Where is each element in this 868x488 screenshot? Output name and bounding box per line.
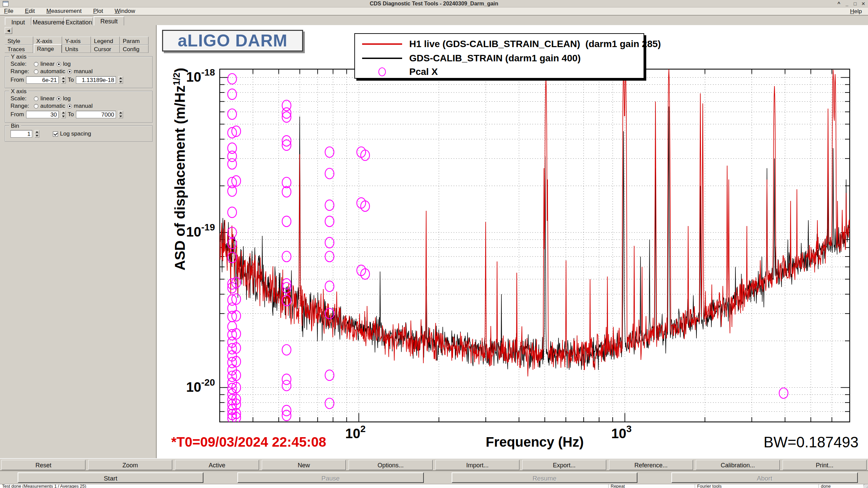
subtab-x-axis[interactable]: X-axis (34, 37, 62, 45)
spinner-up-icon (118, 111, 123, 115)
left-arrow-icon: ◀ (7, 28, 10, 33)
x-from-label: From (11, 111, 24, 118)
x-axis-group: X axis Scale: linear log Range: automati… (5, 91, 153, 123)
tab-input[interactable]: Input (5, 17, 31, 25)
tab-measurement[interactable]: Measurement (32, 17, 64, 25)
resize-grip-icon[interactable] (863, 484, 868, 488)
status-bar: Test done (Measurements 1 / Averages 25)… (0, 484, 868, 488)
plot-settings-panel: ◀ Style X-axis Y-axis Legend Param Trace… (1, 25, 157, 458)
y-scale-log-radio[interactable] (57, 62, 61, 66)
export-button[interactable]: Export... (522, 460, 606, 470)
x-to-label: To (68, 111, 74, 118)
bin-spinner[interactable] (35, 130, 39, 138)
x-scale-label: Scale: (11, 95, 26, 102)
y-scale-linear-label: linear (40, 61, 55, 67)
resume-button[interactable]: Resume (452, 472, 637, 483)
menu-edit[interactable]: Edit (23, 7, 36, 15)
x-from-spinner[interactable] (61, 111, 66, 118)
status-message: Test done (Measurements 1 / Averages 25) (0, 484, 609, 488)
x-from-input[interactable]: 30 (26, 111, 59, 118)
y-from-input[interactable]: 6e-21 (26, 76, 59, 84)
spinner-down-icon (118, 115, 123, 118)
menu-file[interactable]: File (3, 7, 15, 15)
shade-icon[interactable]: ^ (835, 1, 842, 7)
menu-window[interactable]: Window (113, 7, 136, 15)
subtab-units[interactable]: Units (62, 45, 91, 53)
legend[interactable]: H1 live (GDS-CALIB_STRAIN_CLEAN) (darm1 … (354, 33, 644, 79)
title-bar[interactable]: CDS Diagnostic Test Tools - 20240309_Dar… (0, 0, 868, 7)
print-button[interactable]: Print... (783, 460, 867, 470)
calibration-button[interactable]: Calibration... (696, 460, 780, 470)
y-to-input[interactable]: 1.13189e-18 (76, 76, 116, 84)
menu-bar: File Edit Measurement Plot Window Help (0, 7, 868, 16)
options-button[interactable]: Options... (349, 460, 433, 470)
zoom-button[interactable]: Zoom (88, 460, 172, 470)
svg-text:10-20: 10-20 (186, 377, 215, 394)
x-scale-log-radio[interactable] (57, 97, 61, 101)
reference-button[interactable]: Reference... (609, 460, 693, 470)
x-to-spinner[interactable] (118, 111, 123, 118)
y-to-spinner[interactable] (118, 76, 123, 84)
y-range-automatic-radio[interactable] (34, 69, 38, 74)
start-button[interactable]: Start (18, 472, 203, 483)
subtab-traces[interactable]: Traces (5, 45, 33, 53)
x-range-automatic-radio[interactable] (34, 104, 38, 108)
spectrum-chart[interactable]: 10-1810-1910-20102103 (157, 25, 868, 458)
spinner-up-icon (61, 111, 66, 115)
legend-label-h1-live: H1 live (GDS-CALIB_STRAIN_CLEAN) (darm1 … (409, 39, 661, 49)
y-from-label: From (11, 77, 24, 83)
y-scale-linear-radio[interactable] (34, 62, 38, 66)
tab-result[interactable]: Result (94, 16, 124, 25)
pause-button[interactable]: Pause (237, 472, 424, 483)
minimize-icon[interactable]: _ (844, 1, 850, 7)
legend-marker-red (355, 43, 409, 45)
y-from-spinner[interactable] (61, 76, 66, 84)
x-range-manual-radio[interactable] (67, 104, 72, 108)
legend-marker-pcal (355, 67, 409, 76)
import-button[interactable]: Import... (435, 460, 519, 470)
menu-help[interactable]: Help (849, 8, 863, 15)
x-scale-linear-radio[interactable] (34, 97, 38, 101)
subtab-config[interactable]: Config (120, 45, 149, 53)
x-axis-title: Frequency (Hz) (433, 434, 636, 450)
y-to-label: To (68, 77, 74, 83)
plot-canvas: 10-1810-1910-20102103 aLIGO DARM H1 live… (157, 25, 868, 458)
spinner-down-icon (61, 115, 66, 118)
x-scale-linear-label: linear (40, 95, 55, 102)
legend-label-gds: GDS-CALIB_STRAIN (darm1 gain 400) (409, 53, 581, 64)
main-tab-row: Input Measurement Excitation Result (0, 16, 868, 25)
new-button[interactable]: New (262, 460, 346, 470)
subtab-param[interactable]: Param (120, 37, 149, 45)
reset-button[interactable]: Reset (1, 460, 85, 470)
tab-excitation[interactable]: Excitation (64, 17, 93, 25)
svg-text:10-18: 10-18 (186, 67, 215, 84)
menu-measurement[interactable]: Measurement (45, 7, 83, 15)
x-range-label: Range: (11, 103, 29, 109)
log-spacing-checkbox[interactable] (53, 131, 58, 137)
status-fourier-tools: Fourier tools (695, 484, 819, 488)
spinner-down-icon (61, 80, 66, 84)
menu-plot[interactable]: Plot (92, 7, 104, 15)
close-icon[interactable]: ✕ (860, 1, 867, 7)
spinner-down-icon (35, 134, 39, 138)
subtab-range[interactable]: Range (34, 44, 62, 53)
y-range-manual-radio[interactable] (67, 69, 72, 74)
legend-label-pcal: Pcal X (409, 66, 438, 77)
x-to-input[interactable]: 7000 (76, 111, 116, 118)
circle-marker-icon (378, 67, 386, 76)
abort-button[interactable]: Abort (671, 472, 858, 483)
maximize-icon[interactable]: □ (852, 1, 859, 7)
x-scale-log-label: log (63, 95, 71, 102)
measurement-control-bar: Start Pause Resume Abort (0, 472, 868, 484)
log-spacing-label: Log spacing (60, 130, 91, 137)
active-button[interactable]: Active (175, 460, 259, 470)
subtab-cursor[interactable]: Cursor (91, 45, 120, 53)
svg-text:10-19: 10-19 (186, 222, 215, 239)
bin-input[interactable]: 1 (11, 130, 32, 138)
legend-marker-black (355, 58, 409, 59)
bandwidth-label: BW=0.187493 (764, 434, 859, 451)
subtab-legend[interactable]: Legend (91, 37, 120, 45)
collapse-panel-button[interactable]: ◀ (5, 27, 12, 34)
subtab-y-axis[interactable]: Y-axis (62, 37, 91, 45)
subtab-style[interactable]: Style (5, 37, 33, 45)
